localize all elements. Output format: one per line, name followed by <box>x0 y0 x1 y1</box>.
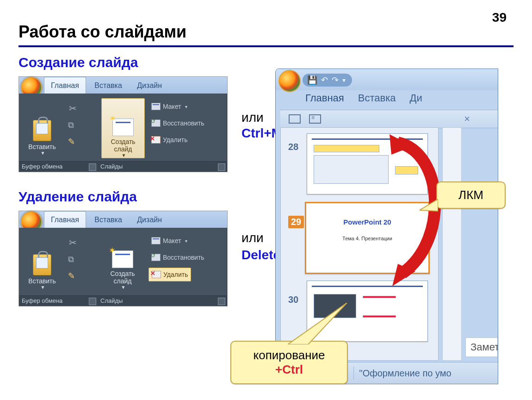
undo-icon[interactable]: ↶ <box>321 75 328 85</box>
new-slide-label: Создать слайд <box>111 138 135 153</box>
thumb-number-selected: 29 <box>288 216 304 228</box>
delete-slide-button[interactable]: Удалить <box>148 268 191 281</box>
reset-button[interactable]: Восстановить <box>148 251 207 264</box>
chevron-down-icon: ▾ <box>185 104 187 109</box>
ribbon-create: Главная Вставка Дизайн Вставить ▼ ✂ ⧉ ✎ … <box>19 76 228 172</box>
new-slide-icon <box>112 250 133 268</box>
scissors-icon: ✂ <box>69 103 77 114</box>
quick-access-toolbar[interactable]: 💾 ↶ ↷ ▾ <box>303 74 352 87</box>
new-slide-button[interactable]: Создать слайд ▼ <box>101 234 144 290</box>
tab-row: Главная Вставка Дизайн <box>19 77 227 94</box>
page-title: Работа со слайдами <box>19 22 186 42</box>
cut-button[interactable]: ✂ <box>66 102 80 115</box>
outline-tab-icon[interactable]: ≡ <box>309 114 321 124</box>
layout-button[interactable]: Макет ▾ <box>148 234 190 247</box>
copy-button[interactable]: ⧉ <box>65 253 77 266</box>
tab-insert[interactable]: Вставка <box>88 212 128 228</box>
copy-button[interactable]: ⧉ <box>65 119 77 131</box>
tab-home[interactable]: Главная <box>305 92 344 104</box>
layout-label: Макет <box>163 237 181 244</box>
reset-label: Восстановить <box>163 119 204 127</box>
group-label-clipboard: Буфер обмена <box>19 161 98 172</box>
save-icon[interactable]: 💾 <box>307 75 317 85</box>
chevron-down-icon: ▼ <box>122 153 126 158</box>
paste-label: Вставить <box>28 277 56 285</box>
new-slide-icon <box>112 119 134 136</box>
group-slides: Создать слайд ▼ Макет ▾ Восстановить Уда… <box>98 94 227 172</box>
group-label-slides: Слайды <box>98 295 227 306</box>
callout-lkm: ЛКМ <box>436 181 506 209</box>
paste-button[interactable]: Вставить ▼ <box>24 234 61 290</box>
reset-icon <box>151 254 161 261</box>
tab-home[interactable]: Главная <box>44 77 86 94</box>
delete-icon <box>152 271 161 278</box>
group-slides: Создать слайд ▼ Макет ▾ Восстановить Уда… <box>98 228 227 306</box>
dialog-launcher-icon[interactable] <box>218 298 225 305</box>
group-label-slides: Слайды <box>98 161 227 172</box>
close-panel-icon[interactable]: × <box>464 113 470 125</box>
new-slide-label: Создать слайд <box>110 270 135 285</box>
or-text-create: или <box>241 110 264 125</box>
layout-label: Макет <box>163 103 181 110</box>
paste-button[interactable]: Вставить ▼ <box>24 100 61 156</box>
chevron-down-icon: ▼ <box>41 150 45 156</box>
thumb-number: 28 <box>288 142 298 152</box>
title-rule <box>19 45 513 47</box>
copy-icon: ⧉ <box>68 255 74 264</box>
slides-tab-icon[interactable] <box>289 114 301 124</box>
office-button-icon[interactable] <box>278 70 301 92</box>
drag-arrow-icon <box>370 134 458 292</box>
or-text-delete: или <box>241 231 264 245</box>
group-clipboard: Вставить ▼ ✂ ⧉ ✎ Буфер обмена <box>19 94 98 172</box>
tab-insert[interactable]: Вставка <box>88 77 128 94</box>
group-label-clipboard: Буфер обмена <box>19 295 98 306</box>
svg-marker-2 <box>420 199 438 211</box>
dialog-launcher-icon[interactable] <box>218 163 225 171</box>
tab-design[interactable]: Дизайн <box>130 77 168 94</box>
reset-button[interactable]: Восстановить <box>148 117 207 130</box>
dialog-launcher-icon[interactable] <box>89 298 96 305</box>
panel-tabs: ≡ × <box>280 110 498 128</box>
heading-create: Создание слайда <box>19 55 138 70</box>
clipboard-icon <box>33 254 51 275</box>
callout-copy-line2: +Ctrl <box>236 362 342 377</box>
tab-insert[interactable]: Вставка <box>358 92 396 104</box>
status-theme: "Оформление по умо <box>359 368 452 379</box>
tab-design[interactable]: Ди <box>410 92 422 104</box>
redo-icon[interactable]: ↷ <box>332 75 339 85</box>
paste-label: Вставить <box>28 143 56 150</box>
delete-slide-button[interactable]: Удалить <box>148 133 190 146</box>
cut-button[interactable]: ✂ <box>66 236 80 249</box>
callout-copy: копирование +Ctrl <box>230 341 348 384</box>
tab-home[interactable]: Главная <box>44 211 86 228</box>
notes-pane[interactable]: Заметки <box>465 338 498 357</box>
ribbon-delete: Главная Вставка Дизайн Вставить ▼ ✂ ⧉ ✎ … <box>19 211 228 306</box>
page-number: 39 <box>492 10 507 25</box>
qat-dropdown-icon[interactable]: ▾ <box>342 76 346 84</box>
heading-delete: Удаление слайда <box>19 189 137 205</box>
brush-icon: ✎ <box>68 137 75 147</box>
layout-icon <box>151 103 161 110</box>
callout-copy-line1: копирование <box>236 348 342 362</box>
new-slide-button[interactable]: Создать слайд ▼ <box>101 98 145 158</box>
svg-marker-3 <box>288 303 347 344</box>
format-painter-button[interactable]: ✎ <box>65 269 78 282</box>
tab-design[interactable]: Дизайн <box>130 212 168 228</box>
layout-icon <box>151 237 161 244</box>
layout-button[interactable]: Макет ▾ <box>148 100 190 113</box>
delete-icon <box>151 136 161 144</box>
chevron-down-icon: ▾ <box>185 238 187 244</box>
delete-label: Удалить <box>163 271 188 278</box>
scissors-icon: ✂ <box>69 237 77 248</box>
chevron-down-icon: ▼ <box>121 285 126 290</box>
group-clipboard: Вставить ▼ ✂ ⧉ ✎ Буфер обмена <box>19 228 98 306</box>
ribbon-tabs: Главная Вставка Ди <box>305 92 422 104</box>
title-bar: 💾 ↶ ↷ ▾ <box>276 69 498 90</box>
copy-icon: ⧉ <box>68 120 74 130</box>
callout-lkm-text: ЛКМ <box>458 188 483 202</box>
format-painter-button[interactable]: ✎ <box>65 135 78 148</box>
shortcut-delete: Delete <box>241 248 280 262</box>
brush-icon: ✎ <box>68 271 75 281</box>
dialog-launcher-icon[interactable] <box>89 163 96 171</box>
reset-label: Восстановить <box>163 254 204 261</box>
